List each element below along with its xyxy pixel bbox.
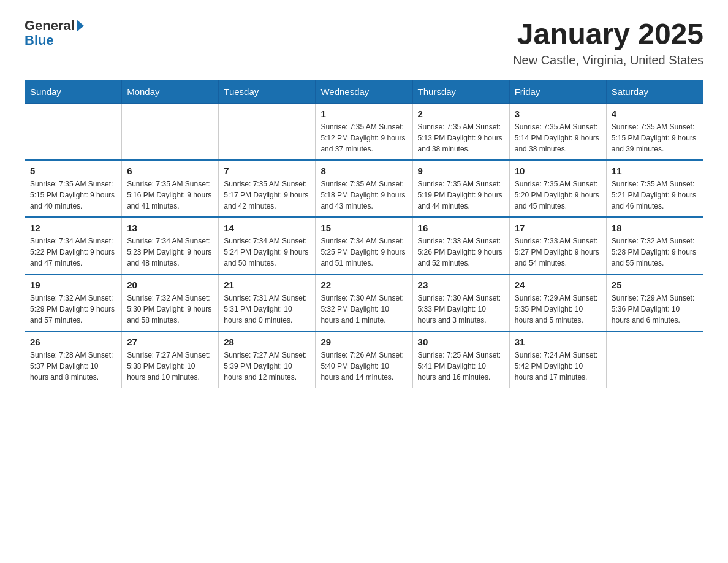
table-row: 9Sunrise: 7:35 AM Sunset: 5:19 PM Daylig… [412,160,509,217]
table-row: 13Sunrise: 7:34 AM Sunset: 5:23 PM Dayli… [122,217,219,274]
day-number: 26 [30,337,116,347]
table-row: 4Sunrise: 7:35 AM Sunset: 5:15 PM Daylig… [606,103,703,160]
day-info: Sunrise: 7:35 AM Sunset: 5:21 PM Dayligh… [612,178,698,212]
day-number: 30 [418,337,504,347]
calendar-week-row: 19Sunrise: 7:32 AM Sunset: 5:29 PM Dayli… [25,274,703,331]
day-number: 6 [127,166,213,176]
table-row: 3Sunrise: 7:35 AM Sunset: 5:14 PM Daylig… [509,103,606,160]
table-row: 18Sunrise: 7:32 AM Sunset: 5:28 PM Dayli… [606,217,703,274]
day-number: 12 [30,223,116,233]
day-info: Sunrise: 7:29 AM Sunset: 5:35 PM Dayligh… [515,293,601,326]
day-number: 23 [418,280,504,290]
day-number: 2 [418,109,504,119]
day-number: 21 [224,280,310,290]
day-info: Sunrise: 7:30 AM Sunset: 5:32 PM Dayligh… [320,293,407,326]
calendar-week-row: 12Sunrise: 7:34 AM Sunset: 5:22 PM Dayli… [25,217,703,274]
day-info: Sunrise: 7:33 AM Sunset: 5:27 PM Dayligh… [515,236,601,269]
table-row: 24Sunrise: 7:29 AM Sunset: 5:35 PM Dayli… [509,274,606,331]
logo-blue-text: Blue [25,33,84,48]
day-number: 1 [320,109,407,119]
calendar-week-row: 1Sunrise: 7:35 AM Sunset: 5:12 PM Daylig… [25,103,703,160]
day-number: 11 [612,166,698,176]
logo: General Blue [25,18,84,48]
day-number: 7 [224,166,310,176]
table-row [122,103,219,160]
day-info: Sunrise: 7:31 AM Sunset: 5:31 PM Dayligh… [224,293,310,326]
day-info: Sunrise: 7:25 AM Sunset: 5:41 PM Dayligh… [418,350,504,383]
day-number: 15 [320,223,407,233]
table-row: 1Sunrise: 7:35 AM Sunset: 5:12 PM Daylig… [316,103,412,160]
day-number: 8 [320,166,407,176]
table-row: 23Sunrise: 7:30 AM Sunset: 5:33 PM Dayli… [412,274,509,331]
day-info: Sunrise: 7:34 AM Sunset: 5:23 PM Dayligh… [127,236,213,269]
day-number: 9 [418,166,504,176]
table-row: 31Sunrise: 7:24 AM Sunset: 5:42 PM Dayli… [509,331,606,388]
header-wednesday: Wednesday [316,80,412,103]
day-info: Sunrise: 7:34 AM Sunset: 5:24 PM Dayligh… [224,236,310,269]
calendar-title: January 2025 [513,18,703,51]
day-info: Sunrise: 7:32 AM Sunset: 5:29 PM Dayligh… [30,293,116,326]
table-row [219,103,316,160]
day-info: Sunrise: 7:35 AM Sunset: 5:13 PM Dayligh… [418,121,504,155]
day-number: 29 [320,337,407,347]
day-number: 25 [612,280,698,290]
day-info: Sunrise: 7:35 AM Sunset: 5:14 PM Dayligh… [515,121,601,155]
header-friday: Friday [509,80,606,103]
table-row: 27Sunrise: 7:27 AM Sunset: 5:38 PM Dayli… [122,331,219,388]
day-info: Sunrise: 7:35 AM Sunset: 5:12 PM Dayligh… [320,121,407,155]
day-number: 5 [30,166,116,176]
day-number: 19 [30,280,116,290]
day-number: 18 [612,223,698,233]
logo-general-text: General [25,18,75,33]
day-info: Sunrise: 7:32 AM Sunset: 5:28 PM Dayligh… [612,236,698,269]
calendar-week-row: 5Sunrise: 7:35 AM Sunset: 5:15 PM Daylig… [25,160,703,217]
table-row: 19Sunrise: 7:32 AM Sunset: 5:29 PM Dayli… [25,274,122,331]
day-info: Sunrise: 7:35 AM Sunset: 5:20 PM Dayligh… [515,178,601,212]
day-info: Sunrise: 7:30 AM Sunset: 5:33 PM Dayligh… [418,293,504,326]
table-row: 15Sunrise: 7:34 AM Sunset: 5:25 PM Dayli… [316,217,412,274]
day-number: 4 [612,109,698,119]
calendar-week-row: 26Sunrise: 7:28 AM Sunset: 5:37 PM Dayli… [25,331,703,388]
day-info: Sunrise: 7:35 AM Sunset: 5:16 PM Dayligh… [127,178,213,212]
day-info: Sunrise: 7:35 AM Sunset: 5:19 PM Dayligh… [418,178,504,212]
logo-arrow-icon [77,20,84,32]
day-number: 31 [515,337,601,347]
day-info: Sunrise: 7:27 AM Sunset: 5:39 PM Dayligh… [224,350,310,383]
table-row [606,331,703,388]
table-row: 10Sunrise: 7:35 AM Sunset: 5:20 PM Dayli… [509,160,606,217]
table-row [25,103,122,160]
day-info: Sunrise: 7:35 AM Sunset: 5:15 PM Dayligh… [30,178,116,212]
table-row: 20Sunrise: 7:32 AM Sunset: 5:30 PM Dayli… [122,274,219,331]
day-info: Sunrise: 7:35 AM Sunset: 5:17 PM Dayligh… [224,178,310,212]
day-info: Sunrise: 7:35 AM Sunset: 5:15 PM Dayligh… [612,121,698,155]
calendar-table: Sunday Monday Tuesday Wednesday Thursday… [25,80,703,388]
page-header: General Blue January 2025 New Castle, Vi… [25,18,703,67]
day-number: 13 [127,223,213,233]
day-number: 3 [515,109,601,119]
header-tuesday: Tuesday [219,80,316,103]
table-row: 5Sunrise: 7:35 AM Sunset: 5:15 PM Daylig… [25,160,122,217]
table-row: 21Sunrise: 7:31 AM Sunset: 5:31 PM Dayli… [219,274,316,331]
day-number: 20 [127,280,213,290]
table-row: 28Sunrise: 7:27 AM Sunset: 5:39 PM Dayli… [219,331,316,388]
day-number: 10 [515,166,601,176]
day-number: 14 [224,223,310,233]
day-number: 28 [224,337,310,347]
day-info: Sunrise: 7:35 AM Sunset: 5:18 PM Dayligh… [320,178,407,212]
day-number: 22 [320,280,407,290]
day-info: Sunrise: 7:34 AM Sunset: 5:22 PM Dayligh… [30,236,116,269]
table-row: 7Sunrise: 7:35 AM Sunset: 5:17 PM Daylig… [219,160,316,217]
day-number: 27 [127,337,213,347]
day-info: Sunrise: 7:29 AM Sunset: 5:36 PM Dayligh… [612,293,698,326]
day-info: Sunrise: 7:27 AM Sunset: 5:38 PM Dayligh… [127,350,213,383]
header-sunday: Sunday [25,80,122,103]
title-block: January 2025 New Castle, Virginia, Unite… [513,18,703,67]
day-number: 17 [515,223,601,233]
table-row: 2Sunrise: 7:35 AM Sunset: 5:13 PM Daylig… [412,103,509,160]
day-number: 24 [515,280,601,290]
header-thursday: Thursday [412,80,509,103]
table-row: 22Sunrise: 7:30 AM Sunset: 5:32 PM Dayli… [316,274,412,331]
table-row: 29Sunrise: 7:26 AM Sunset: 5:40 PM Dayli… [316,331,412,388]
day-info: Sunrise: 7:24 AM Sunset: 5:42 PM Dayligh… [515,350,601,383]
day-info: Sunrise: 7:34 AM Sunset: 5:25 PM Dayligh… [320,236,407,269]
